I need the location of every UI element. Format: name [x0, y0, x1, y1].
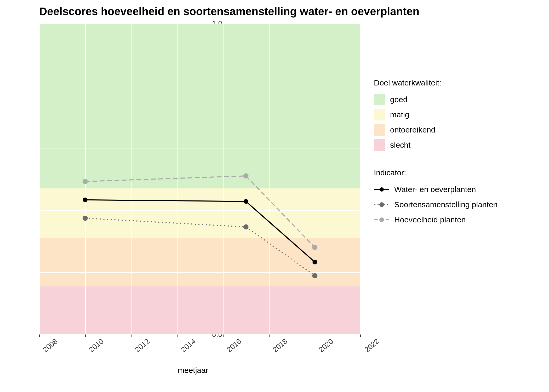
- series-svg: [39, 24, 361, 335]
- legend-label: Water- en oeverplanten: [394, 185, 476, 194]
- x-tick: [131, 335, 131, 337]
- point-marker: [312, 260, 317, 264]
- x-tick-label: 2018: [271, 337, 289, 354]
- x-tick: [360, 335, 361, 337]
- legend-label: ontoereikend: [390, 125, 435, 134]
- legend: Doel waterkwaliteit: goed matig ontoerei…: [374, 78, 497, 227]
- x-tick: [39, 335, 40, 337]
- point-marker: [83, 216, 88, 221]
- x-axis: [39, 335, 361, 338]
- x-tick-label: 2020: [317, 337, 335, 354]
- legend-line-icon: [374, 215, 390, 225]
- legend-label: goed: [390, 95, 408, 104]
- legend-item-goed: goed: [374, 92, 497, 107]
- legend-item-matig: matig: [374, 107, 497, 122]
- x-tick-label: 2012: [133, 337, 151, 354]
- x-axis-title: meetjaar: [178, 366, 208, 375]
- swatch-ontoereikend-icon: [374, 124, 385, 136]
- x-tick: [85, 335, 86, 337]
- point-marker: [312, 273, 317, 278]
- svg-point-1: [380, 187, 384, 192]
- x-tick-label: 2014: [179, 337, 197, 354]
- legend-item-slecht: slecht: [374, 137, 497, 153]
- swatch-slecht-icon: [374, 139, 385, 151]
- point-marker: [243, 173, 249, 178]
- x-tick: [177, 335, 178, 337]
- point-marker: [244, 199, 248, 204]
- series-hoeveelheid-planten: [85, 176, 315, 247]
- plot-area: [39, 24, 361, 335]
- point-marker: [83, 179, 88, 184]
- x-tick: [315, 335, 315, 337]
- legend-label: Soortensamenstelling planten: [394, 200, 497, 209]
- x-tick-label: 2008: [41, 337, 59, 354]
- chart-title: Deelscores hoeveelheid en soortensamenst…: [39, 5, 419, 18]
- legend-label: matig: [390, 110, 409, 119]
- legend-label: slecht: [390, 141, 410, 149]
- svg-point-3: [379, 202, 384, 207]
- x-tick-label: 2022: [363, 337, 381, 354]
- point-marker: [243, 224, 249, 229]
- legend-quality-title: Doel waterkwaliteit:: [374, 78, 497, 87]
- legend-indicator-title: Indicator:: [374, 168, 497, 177]
- legend-line-icon: [374, 199, 390, 210]
- point-marker: [83, 198, 88, 202]
- legend-label: Hoeveelheid planten: [394, 215, 466, 224]
- legend-item-ontoereikend: ontoereikend: [374, 122, 497, 137]
- svg-point-5: [379, 217, 384, 222]
- legend-item-hoeveelheid: Hoeveelheid planten: [374, 212, 497, 227]
- swatch-goed-icon: [374, 94, 385, 105]
- x-tick-label: 2016: [225, 337, 243, 354]
- series-soortensamenstelling: [85, 218, 315, 276]
- point-marker: [312, 245, 317, 250]
- x-tick-label: 2010: [87, 337, 105, 354]
- chart-container: Deelscores hoeveelheid en soortensamenst…: [0, 0, 549, 392]
- x-tick: [223, 335, 224, 337]
- legend-line-icon: [374, 184, 390, 195]
- x-tick: [269, 335, 270, 337]
- swatch-matig-icon: [374, 109, 385, 120]
- series-water-oeverplanten: [85, 200, 315, 262]
- legend-item-water-oeverplanten: Water- en oeverplanten: [374, 182, 497, 197]
- legend-item-soortensamenstelling: Soortensamenstelling planten: [374, 197, 497, 212]
